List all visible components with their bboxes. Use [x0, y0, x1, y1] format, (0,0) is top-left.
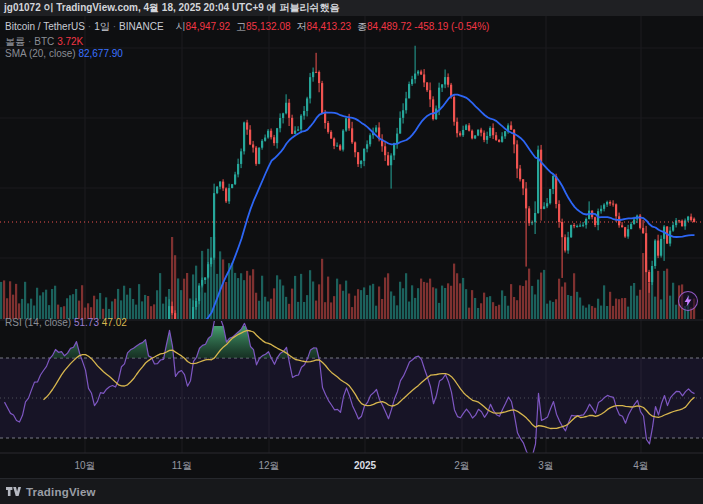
svg-text:12월: 12월: [258, 460, 279, 471]
volume-legend-row: 볼륨·BTC 3.72K: [5, 35, 83, 49]
svg-text:11월: 11월: [172, 460, 192, 471]
price-chart-canvas[interactable]: 10월11월12월20252월3월4월: [0, 0, 703, 504]
symbol-name: Bitcoin / TetherUS: [5, 21, 85, 32]
separator-dot: ·: [85, 21, 94, 32]
rsi-value: 51.73: [74, 317, 99, 328]
svg-text:4월: 4월: [633, 460, 649, 471]
sma-label: SMA (20, close): [5, 48, 76, 59]
interval-label: 1일: [94, 21, 110, 32]
volume-value: 3.72K: [57, 36, 83, 47]
rsi-ma-value: 47.02: [102, 317, 127, 328]
close-label: 종: [357, 21, 367, 32]
publish-info-text: jg01072 이 TradingView.com, 4월 18, 2025 2…: [4, 2, 339, 13]
exchange-label: BINANCE: [119, 21, 163, 32]
svg-text:10월: 10월: [74, 460, 95, 471]
sma-legend-row: SMA (20, close) 82,677.90: [5, 48, 123, 59]
lightning-bolt-icon: [682, 295, 694, 307]
volume-ticker: BTC: [34, 36, 54, 47]
volume-label: 볼륨: [5, 36, 25, 47]
separator-dot: ·: [25, 36, 34, 47]
tradingview-brand-text[interactable]: TradingView: [26, 486, 96, 498]
tradingview-logo-icon[interactable]: [6, 485, 21, 498]
symbol-legend-row: Bitcoin / TetherUS·1일·BINANCE시84,947.92고…: [5, 20, 489, 34]
flash-boost-button[interactable]: [678, 291, 698, 311]
low-label: 저: [297, 21, 307, 32]
svg-text:2월: 2월: [454, 460, 470, 471]
tradingview-published-chart: jg01072 이 TradingView.com, 4월 18, 2025 2…: [0, 0, 703, 504]
publish-info-bar: jg01072 이 TradingView.com, 4월 18, 2025 2…: [0, 0, 703, 16]
footer-bar: TradingView: [0, 478, 703, 504]
rsi-legend-row: RSI (14, close) 51.73 47.02: [5, 317, 127, 328]
open-label: 시: [176, 21, 186, 32]
separator-dot: ·: [110, 21, 119, 32]
sma-value: 82,677.90: [78, 48, 123, 59]
svg-text:2025: 2025: [354, 460, 377, 471]
svg-text:3월: 3월: [538, 460, 554, 471]
change-value: -458.19 (-0.54%): [414, 21, 489, 32]
open-value: 84,947.92: [186, 21, 231, 32]
close-value: 84,489.72: [367, 21, 412, 32]
low-value: 84,413.23: [307, 21, 352, 32]
high-label: 고: [236, 21, 246, 32]
rsi-label: RSI (14, close): [5, 317, 71, 328]
high-value: 85,132.08: [246, 21, 291, 32]
